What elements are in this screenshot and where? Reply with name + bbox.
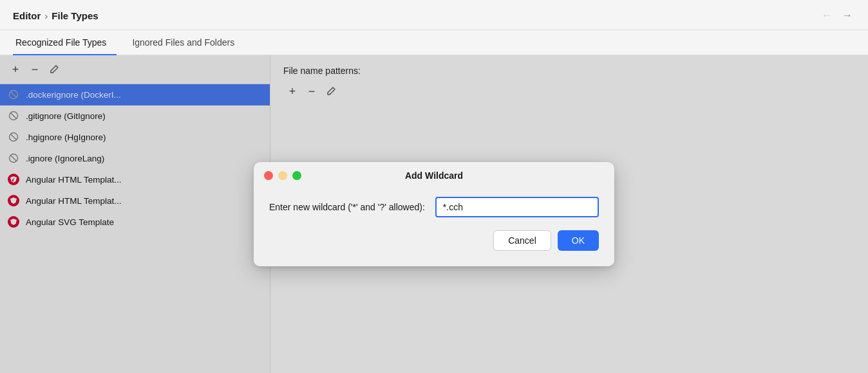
breadcrumb-separator: › [44,10,48,21]
nav-forward-button[interactable]: → [840,9,855,22]
breadcrumb: Editor › File Types [13,10,99,29]
content-area: + − .do [0,55,868,373]
modal-title: Add Wildcard [254,170,614,181]
header: Editor › File Types ← → [0,0,868,30]
minimize-button[interactable] [278,171,287,180]
modal-titlebar: Add Wildcard [254,162,614,186]
cancel-button[interactable]: Cancel [493,230,551,251]
close-button[interactable] [264,171,273,180]
main-window: Editor › File Types ← → Recognized File … [0,0,868,373]
tab-recognized-file-types[interactable]: Recognized File Types [13,31,117,55]
traffic-lights [264,171,301,180]
modal-body: Enter new wildcard ('*' and '?' allowed)… [254,186,614,266]
add-wildcard-dialog: Add Wildcard Enter new wildcard ('*' and… [254,162,614,266]
tab-bar: Recognized File Types Ignored Files and … [0,30,868,55]
modal-overlay: Add Wildcard Enter new wildcard ('*' and… [0,55,868,373]
wildcard-label: Enter new wildcard ('*' and '?' allowed)… [269,202,425,212]
breadcrumb-file-types: File Types [52,10,98,21]
ok-button[interactable]: OK [558,230,599,251]
modal-input-row: Enter new wildcard ('*' and '?' allowed)… [269,197,599,217]
maximize-button[interactable] [292,171,301,180]
modal-actions: Cancel OK [269,230,599,251]
breadcrumb-editor: Editor [13,10,41,21]
nav-arrows: ← → [819,9,855,30]
nav-back-button[interactable]: ← [819,9,835,22]
tab-ignored-files-folders[interactable]: Ignored Files and Folders [129,31,245,55]
wildcard-input[interactable] [435,197,599,217]
